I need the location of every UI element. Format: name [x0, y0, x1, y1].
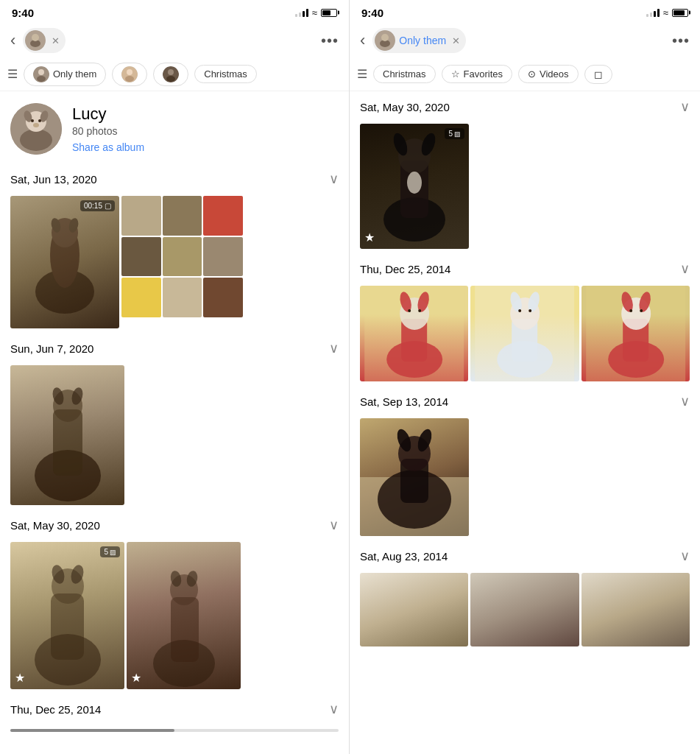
- chevron-may30-left[interactable]: ∨: [329, 517, 339, 533]
- status-bar-left: 9:40 ≈: [0, 0, 349, 24]
- photo-row-aug23: [350, 573, 700, 646]
- svg-point-64: [528, 309, 531, 312]
- date-label-jun7: Sun, Jun 7, 2020: [10, 342, 93, 355]
- collage-cell-7: [121, 278, 161, 317]
- date-header-jun13: Sat, Jun 13, 2020 ∨: [10, 171, 339, 187]
- aug-photo-3[interactable]: [581, 573, 690, 646]
- status-icons-right: ≈: [646, 7, 688, 18]
- chevron-dec25-left[interactable]: ∨: [329, 701, 339, 717]
- date-label-sep13: Sat, Sep 13, 2014: [360, 395, 448, 408]
- svg-point-5: [37, 76, 46, 82]
- filter-chip-videos[interactable]: ⊙ Videos: [518, 65, 579, 83]
- date-section-dec25-left: Thu, Dec 25, 2014 ∨: [0, 694, 349, 726]
- date-section-jun13: Sat, Jun 13, 2020 ∨: [0, 163, 349, 196]
- scroll-indicator-left: [10, 729, 339, 732]
- profile-photo-count: 80 photos: [72, 125, 144, 137]
- aug-photo-2[interactable]: [470, 573, 579, 646]
- chevron-jun7[interactable]: ∨: [329, 340, 339, 356]
- burst-photo-may30-right[interactable]: 5 ▨ ★: [360, 124, 469, 249]
- back-button-left[interactable]: ‹: [10, 32, 15, 49]
- more-button-right[interactable]: •••: [672, 32, 690, 49]
- more-button-left[interactable]: •••: [321, 32, 339, 49]
- close-chip-icon-left[interactable]: ✕: [52, 35, 60, 46]
- svg-point-11: [166, 76, 175, 82]
- filter-chip-favorites[interactable]: ☆ Favorites: [442, 65, 512, 83]
- signal-icon-left: [295, 8, 308, 17]
- filter-bar-right: ☰ Christmas ☆ Favorites ⊙ Videos ◻: [350, 57, 700, 91]
- time-left: 9:40: [12, 7, 34, 19]
- svg-point-4: [38, 69, 44, 75]
- filter-chip-avatar2-left[interactable]: [112, 63, 147, 86]
- date-section-may30-left: Sat, May 30, 2020 ∨: [0, 510, 349, 542]
- date-header-sep13: Sat, Sep 13, 2014 ∨: [360, 393, 690, 409]
- aug-photo-1[interactable]: [360, 573, 468, 646]
- collage-cell-2: [163, 196, 202, 236]
- back-button-right[interactable]: ‹: [360, 32, 365, 49]
- video-thumb-jun13[interactable]: 00:15 ▢: [10, 196, 119, 328]
- photo-sep13[interactable]: [360, 418, 469, 536]
- filter-avatar3-left: [163, 66, 179, 82]
- collage-cell-6: [203, 237, 243, 277]
- filter-chip-only-them-left[interactable]: Only them: [24, 63, 106, 86]
- collage-cell-4: [121, 237, 161, 277]
- burst-photo-may30[interactable]: 5 ▨ ★: [10, 542, 124, 689]
- chevron-dec25-right[interactable]: ∨: [680, 261, 690, 277]
- svg-point-7: [127, 69, 132, 75]
- xmas-photo-row: [350, 286, 700, 381]
- tall-photo-may30[interactable]: ★: [127, 542, 241, 689]
- date-label-dec25-right: Thu, Dec 25, 2014: [360, 263, 450, 275]
- date-header-may30-right: Sat, May 30, 2020 ∨: [360, 99, 690, 115]
- photo-row-jun13: 00:15 ▢: [0, 196, 349, 328]
- date-section-sep13: Sat, Sep 13, 2014 ∨: [350, 386, 700, 418]
- chevron-jun13[interactable]: ∨: [329, 171, 339, 187]
- person-filter-icon: ◻: [594, 68, 603, 80]
- svg-point-19: [33, 123, 39, 127]
- photo-thumb-jun7[interactable]: [10, 365, 124, 505]
- chevron-may30-right[interactable]: ∨: [680, 99, 690, 115]
- left-scroll-content: Sat, Jun 13, 2020 ∨ 00:15 ▢: [0, 163, 349, 754]
- svg-point-71: [629, 309, 632, 312]
- photo-row-jun7: [0, 365, 349, 505]
- time-right: 9:40: [361, 7, 383, 19]
- filter-chip-person[interactable]: ◻: [584, 65, 612, 84]
- profile-section: Lucy 80 photos Share as album: [0, 91, 349, 163]
- share-as-album-link[interactable]: Share as album: [72, 141, 144, 153]
- collage-cell-1: [121, 196, 161, 236]
- photo-collage-jun13[interactable]: [121, 196, 243, 317]
- filter-avatar-left: [33, 66, 49, 82]
- photo-row-sep13: [350, 418, 700, 536]
- filter-icon-right[interactable]: ☰: [357, 67, 367, 81]
- date-label-may30-left: Sat, May 30, 2020: [10, 519, 100, 532]
- avatar-chip-left[interactable]: ✕: [23, 28, 66, 53]
- right-scroll-content: Sat, May 30, 2020 ∨ 5 ▨ ★: [350, 91, 700, 754]
- chevron-aug23[interactable]: ∨: [680, 548, 690, 564]
- date-section-may30-right: Sat, May 30, 2020 ∨: [350, 91, 700, 124]
- right-phone-panel: 9:40 ≈ ‹ Only them: [350, 0, 700, 754]
- svg-point-2: [32, 34, 39, 41]
- svg-point-55: [408, 309, 411, 312]
- filter-chip-christmas-right[interactable]: Christmas: [373, 65, 436, 83]
- profile-name: Lucy: [72, 105, 144, 124]
- wifi-icon-left: ≈: [312, 7, 317, 18]
- filter-chip-label-videos: Videos: [540, 68, 569, 80]
- chevron-sep13[interactable]: ∨: [680, 393, 690, 409]
- signal-icon-right: [646, 8, 660, 17]
- date-section-jun7: Sun, Jun 7, 2020 ∨: [0, 333, 349, 365]
- filter-chip-christmas-left[interactable]: Christmas: [194, 65, 257, 83]
- xmas-photo-1[interactable]: [360, 286, 468, 381]
- status-icons-left: ≈: [295, 7, 337, 18]
- xmas-photo-2[interactable]: [470, 286, 579, 381]
- filter-icon-left[interactable]: ☰: [7, 67, 18, 81]
- svg-point-10: [168, 69, 174, 75]
- avatar-chip-right[interactable]: Only them ✕: [372, 28, 466, 53]
- profile-info: Lucy 80 photos Share as album: [72, 105, 144, 153]
- xmas-photo-3[interactable]: [581, 286, 690, 381]
- svg-point-42: [381, 34, 389, 41]
- close-chip-icon-right[interactable]: ✕: [452, 35, 460, 46]
- svg-point-72: [640, 309, 643, 312]
- filter-chip-avatar3-left[interactable]: [153, 63, 188, 86]
- photo-row-may30-left: 5 ▨ ★ ★: [0, 542, 349, 689]
- battery-icon-right: [672, 9, 688, 17]
- avatar-small-right: [375, 30, 395, 51]
- filter-bar-left: ☰ Only them: [0, 57, 349, 91]
